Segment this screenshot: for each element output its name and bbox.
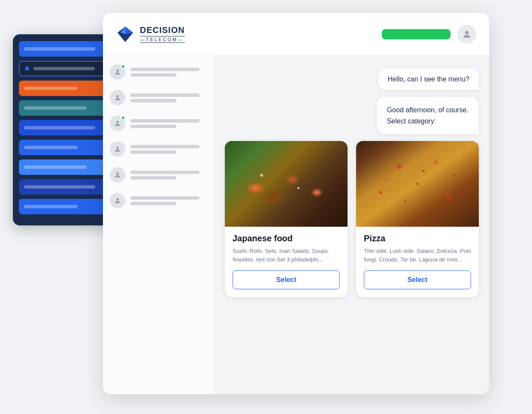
conv-line-short xyxy=(130,176,176,180)
conv-lines xyxy=(130,119,207,128)
logo-diamond-icon xyxy=(116,25,135,44)
sidebar-bar xyxy=(24,47,95,51)
conv-lines xyxy=(130,68,207,77)
user-avatar[interactable] xyxy=(457,25,476,44)
conv-item-6[interactable] xyxy=(103,188,214,213)
conv-line-long xyxy=(130,196,200,200)
conv-lines xyxy=(130,196,207,205)
japanese-select-button[interactable]: Select xyxy=(233,270,340,289)
main-panel: DECISION —TELECOM— xyxy=(103,13,489,394)
food-card-pizza: Pizza Thin side. Lush side. Salami. Dolc… xyxy=(356,141,479,297)
svg-point-8 xyxy=(116,121,119,123)
svg-point-11 xyxy=(116,198,119,201)
conv-item-5[interactable] xyxy=(103,162,214,188)
sushi-image xyxy=(225,141,348,227)
svg-point-10 xyxy=(116,172,119,175)
conv-avatar-6 xyxy=(110,193,125,208)
bot-message-line1: Good afternoon, of course. xyxy=(387,106,469,114)
svg-point-6 xyxy=(116,69,119,72)
online-dot xyxy=(121,64,125,69)
conv-line-short xyxy=(130,73,176,77)
conv-line-short xyxy=(130,99,176,102)
sidebar-bar xyxy=(24,165,87,169)
logo-decision-label: DECISION xyxy=(140,25,185,35)
sidebar-bar xyxy=(33,67,95,70)
app-header: DECISION —TELECOM— xyxy=(103,13,489,56)
pizza-image xyxy=(356,141,479,227)
japanese-card-body: Japanese food Sushi. Rolls. Sets. Inari … xyxy=(225,227,348,297)
sidebar-bar xyxy=(24,205,78,208)
cta-button[interactable] xyxy=(382,29,450,39)
sidebar-bar xyxy=(24,185,95,189)
food-cards-row: Japanese food Sushi. Rolls. Sets. Inari … xyxy=(225,141,479,297)
conv-avatar-1 xyxy=(110,64,125,80)
pizza-card-body: Pizza Thin side. Lush side. Salami. Dolc… xyxy=(356,227,479,297)
user-message-text: Hello, can I see the menu? xyxy=(388,75,469,83)
conv-avatar-2 xyxy=(110,90,125,105)
japanese-card-desc: Sushi. Rolls. Sets. Inari Salads. Soups.… xyxy=(233,247,340,264)
svg-point-9 xyxy=(116,147,119,149)
sidebar-active-dot xyxy=(25,66,29,71)
logo-text: DECISION —TELECOM— xyxy=(140,25,185,43)
chat-area: Hello, can I see the menu? Good afternoo… xyxy=(215,56,489,394)
conv-line-long xyxy=(130,68,200,71)
sidebar-bar xyxy=(24,146,78,149)
conv-line-long xyxy=(130,145,200,148)
sidebar-bar xyxy=(24,106,87,110)
bot-message-line2: Select category: xyxy=(387,117,436,125)
user-message-bubble: Hello, can I see the menu? xyxy=(378,69,479,90)
conv-line-long xyxy=(130,171,200,174)
conv-item-3[interactable] xyxy=(103,111,214,136)
conv-avatar-4 xyxy=(110,141,125,157)
conv-line-short xyxy=(130,125,176,128)
conv-avatar-5 xyxy=(110,167,125,183)
japanese-card-title: Japanese food xyxy=(233,234,340,243)
conv-line-long xyxy=(130,93,200,97)
logo-area: DECISION —TELECOM— xyxy=(116,25,185,44)
conv-line-long xyxy=(130,119,200,123)
header-right xyxy=(382,25,476,44)
conv-avatar-3 xyxy=(110,116,125,131)
conv-lines xyxy=(130,93,207,102)
conversation-list xyxy=(103,56,215,394)
conv-item-1[interactable] xyxy=(103,59,214,85)
conv-item-4[interactable] xyxy=(103,136,214,162)
svg-point-5 xyxy=(465,31,469,34)
pizza-card-title: Pizza xyxy=(364,234,471,243)
conv-item-2[interactable] xyxy=(103,85,214,111)
logo-telecom-label: —TELECOM— xyxy=(140,36,185,43)
online-dot xyxy=(121,116,125,120)
pizza-card-desc: Thin side. Lush side. Salami. Dolceza. P… xyxy=(364,247,471,264)
conv-line-short xyxy=(130,202,176,205)
pizza-select-button[interactable]: Select xyxy=(364,270,471,289)
body-split: Hello, can I see the menu? Good afternoo… xyxy=(103,56,489,394)
food-card-japanese: Japanese food Sushi. Rolls. Sets. Inari … xyxy=(225,141,348,297)
svg-point-7 xyxy=(116,95,119,98)
user-icon xyxy=(462,29,472,39)
sidebar-bar xyxy=(24,126,95,129)
conv-line-short xyxy=(130,150,176,154)
conv-lines xyxy=(130,171,207,180)
sidebar-bar xyxy=(24,87,78,90)
bot-message-bubble: Good afternoon, of course. Select catego… xyxy=(377,97,479,134)
conv-lines xyxy=(130,145,207,154)
